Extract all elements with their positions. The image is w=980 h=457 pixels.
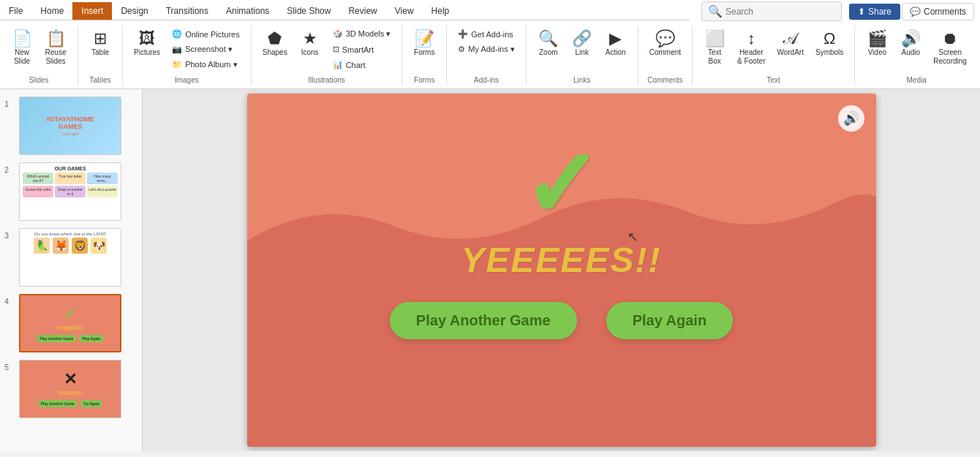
group-comments: 💬 Comment Comments — [638, 26, 693, 86]
tab-design[interactable]: Design — [112, 2, 157, 20]
table-icon: ⊞ — [94, 31, 107, 47]
share-area: 🔍 ⬆ Share 💬 Comments — [690, 0, 980, 23]
shapes-icon: ⬟ — [268, 31, 282, 47]
illustrations-group-label: Illustrations — [257, 73, 396, 84]
3d-models-button[interactable]: 🎲 3D Models ▾ — [328, 27, 396, 41]
pictures-icon: 🖼 — [139, 31, 155, 47]
chart-button[interactable]: 📊 Chart — [328, 58, 396, 72]
slide-thumb-3[interactable]: 3 Do you know which one is the LION? 🦜 🦊… — [3, 227, 139, 288]
screen-recording-button[interactable]: ⏺ ScreenRecording — [928, 27, 972, 69]
reuse-slides-button[interactable]: 📋 ReuseSlides — [39, 27, 72, 69]
search-input[interactable] — [725, 7, 835, 17]
shapes-button[interactable]: ⬟ Shapes — [257, 27, 293, 61]
header-footer-icon: ↕ — [747, 31, 755, 47]
yes-text: YEEEEES!! — [461, 240, 661, 280]
checkmark-container: ✓ — [521, 137, 601, 233]
group-tables: ⊞ Table Tables — [78, 26, 123, 86]
my-addins-button[interactable]: ⚙ My Add-ins ▾ — [453, 42, 519, 56]
links-group-label: Links — [532, 73, 632, 84]
slide-image-1: #STAYATHOMEGAMES Let's go! — [19, 97, 121, 155]
textbox-button[interactable]: ⬜ TextBox — [698, 27, 731, 69]
tab-animations[interactable]: Animations — [217, 2, 278, 20]
video-button[interactable]: 🎬 Video — [861, 27, 893, 61]
tab-slideshow[interactable]: Slide Show — [278, 2, 339, 20]
sound-button[interactable]: 🔊 — [838, 105, 864, 132]
forms-button[interactable]: 📝 Forms — [408, 27, 440, 61]
tab-transitions[interactable]: Transitions — [157, 2, 217, 20]
audio-button[interactable]: 🔊 Audio — [894, 27, 927, 61]
comments-button[interactable]: 💬 Comments — [902, 3, 974, 20]
comment-icon: 💬 — [910, 7, 921, 17]
group-text: ⬜ TextBox ↕ Header& Footer 𝒜 WordArt Ω S… — [693, 26, 855, 86]
symbols-button[interactable]: Ω Symbols — [810, 27, 848, 61]
pictures-button[interactable]: 🖼 Pictures — [129, 27, 165, 61]
slide-num-2: 2 — [4, 165, 15, 174]
ribbon: File Home Insert Design Transitions Anim… — [0, 0, 980, 89]
play-again-button[interactable]: Play Again — [606, 302, 734, 339]
search-bar[interactable]: 🔍 — [701, 1, 842, 21]
reuse-slides-icon: 📋 — [46, 31, 66, 47]
tab-home[interactable]: Home — [31, 2, 72, 20]
share-button[interactable]: ⬆ Share — [849, 4, 900, 20]
slide-num-1: 1 — [4, 99, 15, 108]
tables-group-label: Tables — [84, 73, 116, 84]
group-illustrations: ⬟ Shapes ★ Icons 🎲 3D Models ▾ ⊡ SmartAr… — [252, 26, 403, 86]
audio-icon: 🔊 — [901, 31, 921, 47]
link-icon: 🔗 — [572, 31, 592, 47]
chart-icon: 📊 — [333, 60, 343, 69]
slide-canvas: 🔊 ✓ YEEEEES!! Play Another Game Play Aga… — [247, 94, 876, 447]
zoom-icon: 🔍 — [538, 31, 558, 47]
tab-file[interactable]: File — [0, 2, 31, 20]
my-addins-icon: ⚙ — [458, 45, 465, 54]
smartart-icon: ⊡ — [333, 45, 339, 54]
group-slides: 📄 NewSlide 📋 ReuseSlides Slides — [0, 26, 78, 86]
comments-group-label: Comments — [644, 73, 686, 84]
slide-image-2: OUR GAMES Which animal can it? True last… — [19, 162, 121, 221]
tab-review[interactable]: Review — [339, 2, 385, 20]
play-another-game-button[interactable]: Play Another Game — [390, 302, 577, 339]
images-group-label: Images — [129, 73, 245, 84]
slide-thumb-1[interactable]: 1 #STAYATHOMEGAMES Let's go! — [3, 95, 139, 156]
slide-image-4: ✓ YEEEEES!! Play Another Game Play Again — [19, 294, 121, 352]
symbols-icon: Ω — [823, 31, 835, 47]
comment-btn-icon: 💬 — [655, 31, 675, 47]
table-button[interactable]: ⊞ Table — [84, 27, 116, 61]
slide4-yes-text: YEEEEES!! — [56, 325, 83, 331]
forms-icon: 📝 — [415, 31, 434, 47]
icons-button[interactable]: ★ Icons — [294, 27, 326, 61]
slide-image-5: ✕ OOOOPS! Play Another Game Try Again — [19, 360, 121, 418]
screenshot-button[interactable]: 📷 Screenshot ▾ — [167, 42, 245, 56]
get-addins-button[interactable]: ➕ Get Add-ins — [453, 27, 519, 41]
slide-thumb-5[interactable]: 5 ✕ OOOOPS! Play Another Game Try Again — [3, 358, 139, 420]
header-footer-button[interactable]: ↕ Header& Footer — [732, 27, 770, 69]
photo-album-button[interactable]: 📁 Photo Album ▾ — [167, 58, 245, 72]
online-pictures-button[interactable]: 🌐 Online Pictures — [167, 27, 245, 41]
new-slide-button[interactable]: 📄 NewSlide — [6, 27, 38, 69]
group-images: 🖼 Pictures 🌐 Online Pictures 📷 Screensho… — [123, 26, 252, 86]
buttons-row: Play Another Game Play Again — [390, 302, 733, 339]
screen-recording-icon: ⏺ — [942, 31, 958, 47]
screenshot-icon: 📷 — [172, 45, 182, 54]
comment-button[interactable]: 💬 Comment — [644, 27, 686, 61]
main-layout: 1 #STAYATHOMEGAMES Let's go! 2 OUR GAMES… — [0, 89, 980, 451]
smartart-button[interactable]: ⊡ SmartArt — [328, 42, 396, 56]
icons-icon: ★ — [303, 31, 317, 47]
slide-image-3: Do you know which one is the LION? 🦜 🦊 🦁… — [19, 228, 121, 287]
textbox-icon: ⬜ — [705, 31, 725, 47]
group-addins: ➕ Get Add-ins ⚙ My Add-ins ▾ Add-ins — [447, 26, 526, 86]
share-icon: ⬆ — [858, 7, 865, 17]
slide-num-4: 4 — [4, 297, 15, 306]
tab-view[interactable]: View — [386, 2, 423, 20]
zoom-button[interactable]: 🔍 Zoom — [532, 27, 565, 61]
wordart-button[interactable]: 𝒜 WordArt — [772, 27, 809, 61]
action-button[interactable]: ▶ Action — [600, 27, 632, 61]
text-group-label: Text — [698, 73, 848, 84]
3d-models-icon: 🎲 — [333, 29, 343, 39]
slide-thumb-2[interactable]: 2 OUR GAMES Which animal can it? True la… — [3, 161, 139, 222]
slide-thumb-4[interactable]: 4 ✓ YEEEEES!! Play Another Game Play Aga… — [3, 292, 139, 354]
link-button[interactable]: 🔗 Link — [566, 27, 598, 61]
tab-help[interactable]: Help — [423, 2, 459, 20]
group-links: 🔍 Zoom 🔗 Link ▶ Action Links — [527, 26, 638, 86]
tab-insert[interactable]: Insert — [72, 2, 112, 20]
online-pictures-icon: 🌐 — [172, 29, 182, 39]
